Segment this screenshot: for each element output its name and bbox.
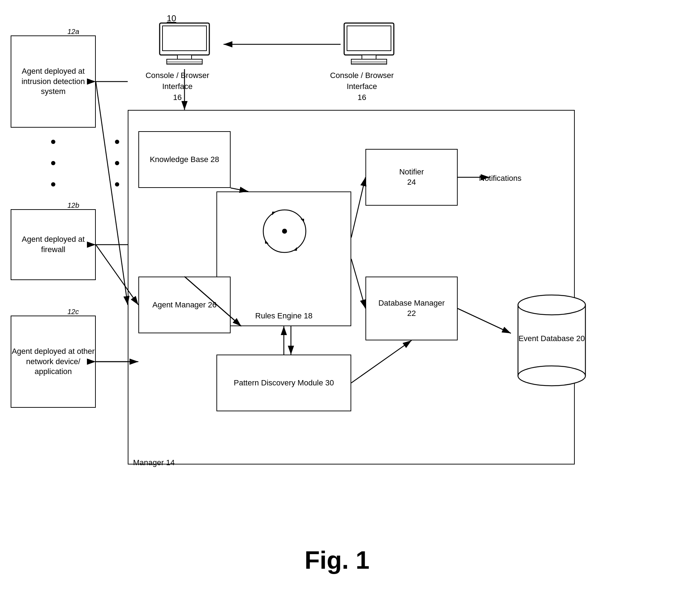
svg-point-24 [51,161,55,165]
console2-label: Console / Browser Interface 16 [323,70,401,103]
console2 [341,21,397,69]
diagram: 10 Agent deployed at intrusion detection… [0,0,700,590]
svg-point-19 [518,295,585,315]
svg-point-20 [518,366,585,386]
svg-point-25 [51,182,55,187]
knowledge-base-label: Knowledge Base 28 [150,155,219,165]
console1 [156,21,213,69]
agent-c-ref: 12c [67,308,79,316]
svg-rect-7 [347,26,391,51]
database-manager-box: Database Manager 22 [365,277,458,340]
svg-marker-15 [265,240,269,244]
agent-manager-label: Agent Manager 26 [152,300,216,310]
pattern-discovery-label: Pattern Discovery Module 30 [234,378,334,388]
svg-point-27 [115,161,119,165]
rules-engine-box: Rules Engine 18 [216,191,351,326]
rules-engine-label: Rules Engine 18 [217,311,351,321]
svg-marker-16 [293,247,297,251]
console1-text: Console / Browser Interface 16 [145,71,209,102]
agent-b-box: Agent deployed at firewall [11,209,96,280]
event-database: Event Database 20 [511,291,592,391]
svg-rect-1 [162,26,206,51]
agent-c-box: Agent deployed at other network device/ … [11,316,96,408]
manager-label: Manager 14 [133,457,175,468]
knowledge-base-box: Knowledge Base 28 [138,131,231,188]
svg-point-26 [115,140,119,144]
agent-c-label: Agent deployed at other network device/ … [11,346,95,377]
svg-marker-17 [272,212,276,215]
notifier-box: Notifier 24 [365,149,458,206]
notifier-label: Notifier 24 [399,167,424,187]
event-database-label: Event Database 20 [511,333,592,344]
svg-marker-14 [301,219,304,222]
agent-a-box: Agent deployed at intrusion detection sy… [11,35,96,128]
svg-point-13 [282,229,287,234]
svg-line-31 [96,82,128,305]
agent-a-ref: 12a [67,28,79,36]
notifications-label: Notifications [479,173,522,184]
agent-b-ref: 12b [67,201,79,210]
svg-point-23 [51,140,55,144]
svg-rect-2 [177,55,192,59]
console1-label: Console / Browser Interface 16 [138,70,216,103]
agent-b-label: Agent deployed at firewall [11,234,95,255]
agent-manager-box: Agent Manager 26 [138,277,231,333]
svg-point-28 [115,182,119,187]
database-manager-label: Database Manager 22 [378,298,445,318]
fig-label: Fig. 1 [248,546,426,574]
svg-rect-8 [362,55,376,59]
console2-text: Console / Browser Interface 16 [330,71,394,102]
agent-a-label: Agent deployed at intrusion detection sy… [11,66,95,97]
pattern-discovery-box: Pattern Discovery Module 30 [216,355,351,411]
